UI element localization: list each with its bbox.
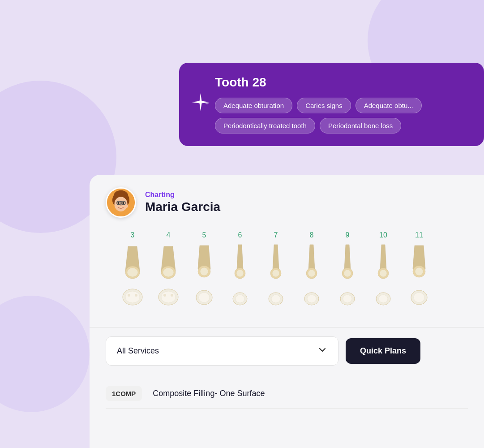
svg-point-29 [236, 270, 244, 277]
svg-point-22 [163, 294, 166, 297]
tooth-top-11 [408, 242, 430, 285]
svg-point-23 [171, 294, 173, 297]
tooth-9[interactable]: 9 [330, 231, 365, 310]
services-label: All Services [117, 346, 159, 356]
tag-adequate-obturation: Adequate obturation [215, 98, 292, 113]
tooth-bottom-3 [121, 287, 144, 310]
tooth-top-10 [373, 242, 393, 287]
svg-point-45 [380, 270, 387, 277]
tooth-num-8: 8 [310, 231, 314, 239]
tooth-6[interactable]: 6 [222, 231, 258, 310]
services-dropdown[interactable]: All Services [106, 336, 338, 366]
tooth-num-7: 7 [274, 231, 278, 239]
svg-point-37 [308, 270, 315, 277]
tooth-bottom-6 [231, 290, 249, 310]
svg-point-10 [120, 205, 122, 206]
avatar [106, 187, 136, 218]
svg-point-17 [135, 294, 137, 297]
services-list: 1COMPComposite Filling- One Surface [90, 375, 484, 413]
svg-point-43 [343, 295, 352, 303]
svg-point-6 [122, 202, 124, 204]
svg-point-41 [344, 270, 351, 277]
tooth-num-3: 3 [131, 231, 135, 239]
tooth-bottom-9 [338, 290, 356, 310]
tooth-top-7 [266, 242, 286, 287]
svg-point-19 [163, 268, 174, 277]
svg-point-25 [200, 267, 208, 276]
svg-point-39 [307, 295, 316, 303]
tooth-3[interactable]: 3 [115, 231, 150, 310]
tooth-11[interactable]: 11 [401, 231, 437, 310]
tag-caries-signs: Caries signs [297, 98, 351, 113]
tooth-4[interactable]: 4 [150, 231, 186, 310]
patient-name: Maria Garcia [145, 200, 220, 214]
tooth-bottom-11 [409, 289, 429, 309]
svg-point-47 [379, 295, 388, 303]
tooth-num-11: 11 [415, 231, 423, 239]
quick-plans-button[interactable]: Quick Plans [346, 338, 420, 364]
tooth-top-5 [193, 242, 215, 285]
svg-point-51 [414, 293, 424, 302]
tooth-num-4: 4 [167, 231, 171, 239]
tooth-num-10: 10 [379, 231, 387, 239]
svg-point-16 [128, 294, 130, 297]
service-item[interactable]: 1COMPComposite Filling- One Surface [106, 379, 468, 409]
tooth-bottom-5 [194, 289, 214, 309]
teeth-chart-area: 3 4 5 6 [90, 227, 484, 327]
teeth-row: 3 4 5 6 [106, 231, 468, 310]
service-name: Composite Filling- One Surface [153, 389, 265, 398]
chevron-down-icon [317, 345, 327, 357]
tooth-10[interactable]: 10 [365, 231, 401, 310]
tooth-bottom-7 [267, 290, 285, 310]
tag-adequate-obtu: Adequate obtu... [356, 98, 422, 113]
tag-periodontal-bone: Periodontal bone loss [320, 118, 401, 134]
tooth-tooltip-card: Tooth 28 Adequate obturation Caries sign… [179, 63, 484, 146]
tooth-top-4 [157, 242, 180, 284]
tooth-7[interactable]: 7 [258, 231, 294, 310]
tooth-num-9: 9 [346, 231, 350, 239]
tooth-num-6: 6 [238, 231, 242, 239]
tooth-5[interactable]: 5 [186, 231, 222, 310]
svg-point-27 [199, 293, 210, 302]
patient-info: Charting Maria Garcia [145, 191, 220, 214]
sparkle-icon [190, 91, 211, 117]
bg-circle-bottom-left [0, 296, 90, 412]
tooth-top-3 [121, 242, 144, 284]
svg-point-13 [127, 268, 138, 277]
svg-point-31 [236, 295, 244, 303]
tooltip-tags: Adequate obturation Caries signs Adequat… [215, 98, 470, 134]
svg-point-21 [161, 291, 176, 303]
svg-point-35 [271, 295, 280, 303]
tooth-8[interactable]: 8 [294, 231, 330, 310]
tooth-bottom-8 [303, 290, 321, 310]
main-card: Charting Maria Garcia 3 4 5 [90, 175, 484, 448]
svg-point-49 [415, 267, 423, 276]
patient-section-label: Charting [145, 191, 220, 199]
tooth-bottom-4 [157, 287, 180, 310]
tooth-top-9 [338, 242, 357, 287]
svg-point-5 [117, 202, 120, 204]
tooltip-title: Tooth 28 [215, 75, 470, 90]
patient-header: Charting Maria Garcia [90, 175, 484, 227]
tooth-top-8 [302, 242, 321, 287]
svg-point-33 [272, 270, 279, 277]
tag-periodontically: Periodontically treated tooth [215, 118, 315, 134]
bottom-controls: All Services Quick Plans [90, 327, 484, 375]
svg-point-15 [125, 291, 140, 303]
service-code: 1COMP [106, 386, 142, 401]
tooth-bottom-10 [374, 290, 392, 310]
tooth-top-6 [230, 242, 250, 287]
tooth-num-5: 5 [202, 231, 206, 239]
